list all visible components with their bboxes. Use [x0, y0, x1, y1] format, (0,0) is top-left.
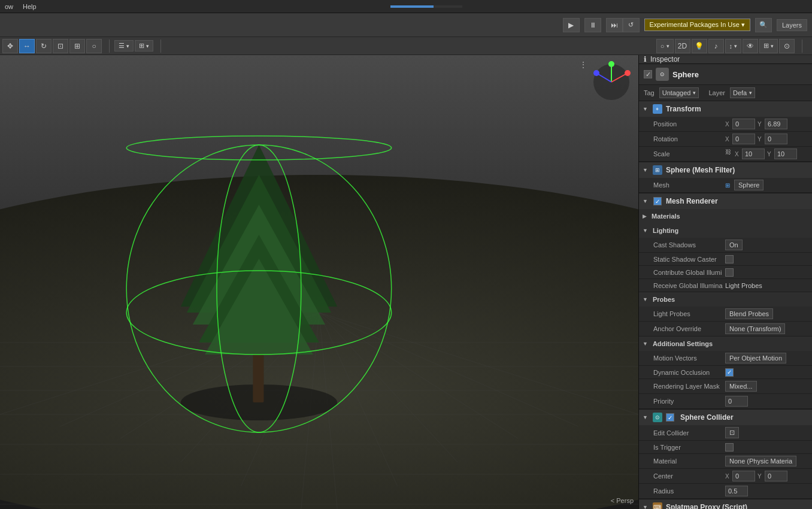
experimental-packages-button[interactable]: Experimental Packages In Use ▾	[644, 19, 750, 31]
rendering-layer-dropdown[interactable]: Mixed...	[725, 381, 757, 392]
scale-x-input[interactable]: 10	[742, 149, 765, 159]
radius-input[interactable]: 0.5	[725, 486, 748, 496]
rect-tool[interactable]: ⊞	[69, 39, 85, 53]
pause-button[interactable]: ⏸	[584, 18, 601, 32]
scale-y-input[interactable]: 10	[774, 149, 797, 159]
mesh-filter-icon: ⊞	[653, 165, 662, 175]
position-y-input[interactable]: 6.89	[765, 119, 787, 129]
mesh-renderer-checkbox[interactable]: ✓	[653, 196, 662, 206]
center-y-input[interactable]: 0	[765, 471, 787, 481]
rotation-y-input[interactable]: 0	[765, 134, 787, 144]
lighting-section[interactable]: ▼ Lighting	[639, 223, 812, 238]
position-x-input[interactable]: 0	[732, 119, 755, 129]
rotation-x-input[interactable]: 0	[732, 134, 755, 144]
pivot-dropdown[interactable]: ☰▾	[114, 40, 134, 51]
2d-button[interactable]: 2D	[675, 39, 690, 53]
scale-tool[interactable]: ⊡	[53, 39, 68, 53]
light-probes-dropdown[interactable]: Blend Probes	[725, 308, 773, 319]
priority-input[interactable]: 0	[725, 396, 748, 407]
rendering-layer-label: Rendering Layer Mask	[653, 383, 725, 390]
motion-vectors-dropdown[interactable]: Per Object Motion	[725, 353, 786, 363]
static-shadow-label: Static Shadow Caster	[653, 256, 725, 263]
global-dropdown[interactable]: ⊞▾	[135, 40, 153, 51]
object-header: ✓ ⊙ Sphere	[639, 64, 812, 85]
mesh-value[interactable]: Sphere	[734, 180, 763, 190]
light-probes-label: Light Probes	[653, 310, 725, 317]
layer-dropdown[interactable]: Defa ▾	[730, 87, 755, 98]
viewport[interactable]: Y X Z < Persp ⋮	[0, 55, 638, 509]
mesh-row: Mesh ⊞ Sphere	[639, 178, 812, 193]
transform-header[interactable]: ▼ ⌖ Transform	[639, 101, 812, 117]
main-area: Y X Z < Persp ⋮ ℹ Inspector	[0, 55, 812, 509]
splatmap-collapse: ▼	[643, 504, 648, 509]
is-trigger-checkbox[interactable]	[725, 443, 734, 452]
static-shadow-checkbox[interactable]	[725, 255, 734, 263]
edit-collider-button[interactable]: ⊡	[725, 427, 739, 438]
lighting-button[interactable]: 💡	[692, 39, 707, 53]
search-button[interactable]: 🔍	[755, 18, 772, 32]
contribute-gi-row: Contribute Global Illumi	[639, 266, 812, 279]
mesh-renderer-collapse: ▼	[643, 198, 648, 204]
sphere-collider-header[interactable]: ▼ ⊙ ✓ Sphere Collider	[639, 410, 812, 425]
materials-section[interactable]: ▶ Materials	[639, 209, 812, 223]
transform-collapse: ▼	[643, 106, 648, 112]
hand-tool[interactable]: ✥	[2, 39, 18, 53]
toolbar-right: ↺ Experimental Packages In Use ▾ 🔍 Layer…	[623, 18, 808, 32]
anchor-override-dropdown[interactable]: None (Transform)	[725, 323, 785, 334]
additional-settings-section[interactable]: ▼ Additional Settings	[639, 337, 812, 351]
move-tool[interactable]: ↔	[19, 39, 35, 53]
probes-title: Probes	[653, 296, 675, 303]
step-button[interactable]: ⏭	[606, 18, 623, 32]
transform-tool[interactable]: ○	[86, 39, 102, 53]
center-x-input[interactable]: 0	[732, 471, 755, 481]
hide-button[interactable]: 👁	[743, 39, 758, 53]
lighting-collapse: ▼	[643, 228, 648, 234]
viewport-options[interactable]: ⋮	[579, 60, 587, 69]
transform-icon: ⌖	[653, 104, 662, 114]
audio-button[interactable]: ♪	[708, 39, 724, 53]
shading-dropdown[interactable]: ○▾	[656, 39, 674, 53]
edit-collider-row: Edit Collider ⊡	[639, 425, 812, 441]
layers-button[interactable]: Layers	[777, 19, 807, 31]
collider-material-value[interactable]: None (Physic Materia	[725, 456, 796, 466]
probes-section[interactable]: ▼ Probes	[639, 292, 812, 307]
effects-dropdown[interactable]: ↕▾	[725, 39, 742, 53]
mesh-filter-title: Sphere (Mesh Filter)	[666, 166, 735, 174]
menu-item-ow[interactable]: ow	[5, 3, 13, 10]
transform-title: Transform	[666, 105, 701, 113]
play-button[interactable]: ▶	[563, 18, 580, 32]
mesh-filter-collapse: ▼	[643, 167, 648, 173]
grid-button[interactable]: ⊙	[779, 39, 795, 53]
radius-label: Radius	[653, 487, 725, 495]
position-xyz: X 0 Y 6.89	[725, 119, 807, 129]
collider-material-label: Material	[653, 458, 725, 465]
dynamic-occlusion-checkbox[interactable]: ✓	[725, 368, 734, 377]
mesh-renderer-component: ▼ ✓ Mesh Renderer ▶ Materials ▼ Lighting…	[639, 193, 812, 410]
splatmap-header[interactable]: ▼ ⌨ Splatmap Proxy (Script)	[639, 499, 812, 509]
layer-dropdown[interactable]: ⊞▾	[759, 39, 778, 53]
mesh-renderer-active[interactable]: ✓	[653, 197, 662, 205]
static-shadow-row: Static Shadow Caster	[639, 253, 812, 266]
object-active-checkbox[interactable]: ✓	[644, 70, 652, 78]
additional-title: Additional Settings	[653, 340, 713, 347]
svg-text:Y: Y	[609, 62, 612, 66]
materials-collapse: ▶	[643, 213, 647, 219]
history-button[interactable]: ↺	[623, 18, 640, 32]
dynamic-occlusion-label: Dynamic Occlusion	[653, 369, 725, 376]
mesh-renderer-header[interactable]: ▼ ✓ Mesh Renderer	[639, 193, 812, 209]
rotate-tool[interactable]: ↻	[36, 39, 51, 53]
probes-collapse: ▼	[643, 296, 648, 302]
scene-background: Y X Z < Persp ⋮	[0, 55, 638, 509]
mesh-filter-header[interactable]: ▼ ⊞ Sphere (Mesh Filter)	[639, 162, 812, 178]
contribute-gi-checkbox[interactable]	[725, 268, 734, 277]
tag-dropdown[interactable]: Untagged ▾	[659, 87, 699, 98]
cast-shadows-dropdown[interactable]: On	[725, 240, 743, 250]
position-y-field: Y 6.89	[758, 119, 787, 129]
menu-item-help[interactable]: Help	[23, 3, 37, 10]
layer-label: Layer	[708, 89, 725, 96]
edit-collider-label: Edit Collider	[653, 429, 725, 437]
sphere-collider-active[interactable]: ✓	[666, 413, 674, 422]
scale-link-icon: ⛓	[725, 149, 731, 159]
motion-vectors-label: Motion Vectors	[653, 355, 725, 362]
rotation-xyz: X 0 Y 0	[725, 134, 807, 144]
